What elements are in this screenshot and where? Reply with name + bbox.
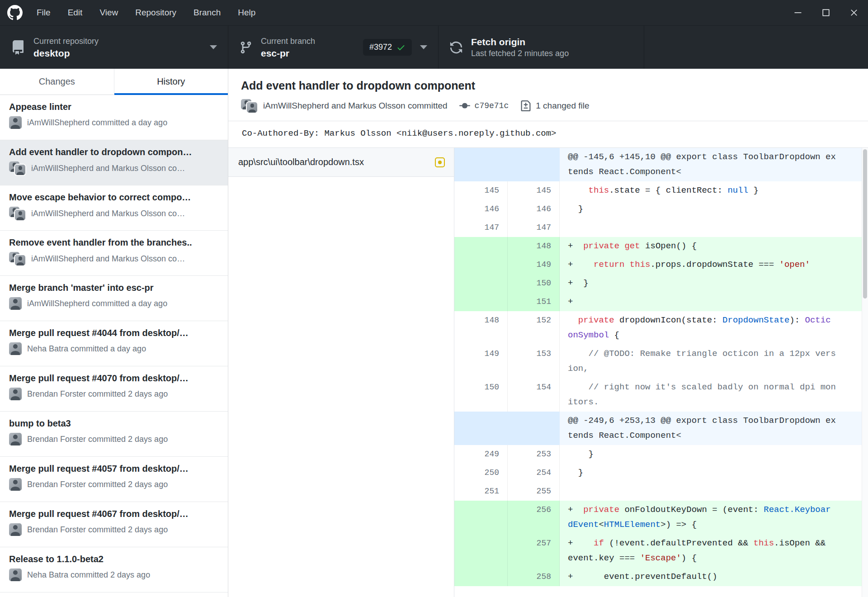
diff-scrollbar[interactable] xyxy=(862,148,868,597)
avatar-image xyxy=(9,342,22,355)
code-text xyxy=(568,220,836,235)
close-button[interactable] xyxy=(840,0,868,25)
title-bar: FileEditViewRepositoryBranchHelp xyxy=(0,0,868,25)
commit-list-item[interactable]: Move escape behavior to correct compo…iA… xyxy=(0,185,228,231)
commit-list-item[interactable]: Merge branch 'master' into esc-priAmWill… xyxy=(0,276,228,321)
commit-item-title: Merge pull request #4044 from desktop/… xyxy=(9,328,220,338)
code-cell: + event.preventDefault() xyxy=(560,568,868,586)
file-list: app\src\ui\toolbar\dropdown.tsx xyxy=(228,148,454,597)
avatar xyxy=(9,297,22,310)
commit-list-item[interactable]: bump to beta3Brendan Forster committed 2… xyxy=(0,412,228,457)
old-line-number: 150 xyxy=(454,378,508,412)
avatar-image xyxy=(9,116,22,129)
tab-changes[interactable]: Changes xyxy=(0,69,114,95)
commit-list-item[interactable]: Appease linteriAmWillShepherd committed … xyxy=(0,95,228,140)
commit-item-byline: iAmWillShepherd and Markus Olsson co… xyxy=(31,254,185,264)
commit-byline: iAmWillShepherd and Markus Olsson commit… xyxy=(263,101,448,111)
commit-item-byline: Neha Batra committed a day ago xyxy=(27,344,146,354)
maximize-button[interactable] xyxy=(812,0,840,25)
menu-item-repository[interactable]: Repository xyxy=(127,0,185,25)
new-line-number: 150 xyxy=(508,274,560,293)
branch-dropdown[interactable]: Current branch esc-pr #3972 xyxy=(228,26,439,69)
menu-item-edit[interactable]: Edit xyxy=(59,0,91,25)
commit-description: Co-Authored-By: Markus Olsson <niik@user… xyxy=(228,121,868,148)
diff-line-146: 146146 } xyxy=(454,200,868,218)
old-line-number xyxy=(454,256,508,274)
commit-item-meta: Brendan Forster committed 2 days ago xyxy=(9,478,220,491)
new-line-number: 151 xyxy=(508,293,560,311)
code-text: + } xyxy=(568,276,836,291)
commit-item-byline: iAmWillShepherd committed a day ago xyxy=(27,118,167,128)
code-text: + event.preventDefault() xyxy=(568,569,836,584)
menu-item-file[interactable]: File xyxy=(28,0,59,25)
code-cell: } xyxy=(560,200,868,218)
code-text: @@ -249,6 +253,13 @@ export class Toolba… xyxy=(568,413,836,443)
code-text: + private get isOpen() { xyxy=(568,239,836,254)
new-line-number: 153 xyxy=(508,345,560,378)
avatar xyxy=(9,207,26,220)
diff-line-147: 147147 xyxy=(454,218,868,237)
new-line-number: 149 xyxy=(508,256,560,274)
old-line-number xyxy=(454,501,508,534)
code-cell: + xyxy=(560,293,868,311)
commit-item-byline: Brendan Forster committed 2 days ago xyxy=(27,389,168,399)
commit-item-title: Merge pull request #4070 from desktop/… xyxy=(9,373,220,384)
commit-list-item[interactable]: Release to 1.1.0-beta2Neha Batra committ… xyxy=(0,547,228,592)
git-branch-icon xyxy=(239,41,253,54)
old-line-number: 146 xyxy=(454,200,508,218)
fetch-origin-button[interactable]: Fetch origin Last fetched 2 minutes ago xyxy=(439,26,644,69)
commit-item-byline: Brendan Forster committed 2 days ago xyxy=(27,480,168,489)
file-path: app\src\ui\toolbar\dropdown.tsx xyxy=(238,157,429,167)
old-line-number: 249 xyxy=(454,445,508,464)
commit-list: Appease linteriAmWillShepherd committed … xyxy=(0,95,228,597)
diff-line-255: 251255 xyxy=(454,482,868,501)
new-line-number: 254 xyxy=(508,464,560,482)
file-status-modified-icon xyxy=(435,157,445,167)
menu-item-branch[interactable]: Branch xyxy=(185,0,229,25)
avatar-image xyxy=(15,255,25,265)
repository-dropdown[interactable]: Current repository desktop xyxy=(0,26,228,69)
commit-list-item[interactable]: Merge pull request #4067 from desktop/…B… xyxy=(0,502,228,547)
tab-history[interactable]: History xyxy=(114,69,228,95)
diff-line-257: 257+ if (!event.defaultPrevented && this… xyxy=(454,534,868,568)
commit-list-item[interactable]: Merge pull request #4070 from desktop/…B… xyxy=(0,366,228,412)
old-line-number xyxy=(454,237,508,256)
commit-item-title: bump to beta3 xyxy=(9,418,220,429)
scrollbar-thumb[interactable] xyxy=(863,149,867,298)
pr-status-badge: #3972 xyxy=(363,39,412,56)
old-line-number: 250 xyxy=(454,464,508,482)
commit-list-item[interactable]: Merge pull request #4044 from desktop/…N… xyxy=(0,321,228,366)
commit-item-meta: iAmWillShepherd committed a day ago xyxy=(9,297,220,310)
new-line-number: 146 xyxy=(508,200,560,218)
commit-item-title: Add event handler to dropdown compon… xyxy=(9,147,220,157)
old-line-number xyxy=(454,534,508,568)
commit-item-title: Remove event handler from the branches.. xyxy=(9,237,220,248)
commit-list-item[interactable]: Remove event handler from the branches..… xyxy=(0,231,228,276)
code-cell: @@ -249,6 +253,13 @@ export class Toolba… xyxy=(560,412,868,445)
current-repository-name: desktop xyxy=(33,47,99,59)
commit-item-meta: Brendan Forster committed 2 days ago xyxy=(9,523,220,536)
avatar-image xyxy=(9,388,22,400)
code-text: // @TODO: Remake triangle octicon in a 1… xyxy=(568,346,836,376)
code-text: } xyxy=(568,465,836,480)
code-cell: + private onFoldoutKeyDown = (event: Rea… xyxy=(560,501,868,534)
changed-files-count: 1 changed file xyxy=(520,100,589,111)
github-logo-icon xyxy=(7,5,23,20)
commit-list-item[interactable]: Merge pull request #4057 from desktop/…B… xyxy=(0,457,228,502)
current-branch-label: Current branch xyxy=(261,36,315,47)
menu-item-help[interactable]: Help xyxy=(229,0,264,25)
diff-line-254: 250254 } xyxy=(454,464,868,482)
content-area: ChangesHistory Appease linteriAmWillShep… xyxy=(0,69,868,597)
current-repository-label: Current repository xyxy=(33,36,99,47)
changed-files-label: 1 changed file xyxy=(536,101,589,111)
commit-item-title: Merge pull request #4057 from desktop/… xyxy=(9,464,220,474)
commit-list-item[interactable]: Add event handler to dropdown compon…iAm… xyxy=(0,140,228,185)
code-text: + return this.props.dropdownState === 'o… xyxy=(568,257,836,272)
diff-line-150: 150+ } xyxy=(454,274,868,293)
new-line-number: 148 xyxy=(508,237,560,256)
diff-hunk-header: @@ -145,6 +145,10 @@ export class Toolba… xyxy=(454,148,868,181)
minimize-button[interactable] xyxy=(784,0,812,25)
menu-item-view[interactable]: View xyxy=(91,0,127,25)
code-cell xyxy=(560,482,868,501)
file-list-item[interactable]: app\src\ui\toolbar\dropdown.tsx xyxy=(228,148,454,177)
